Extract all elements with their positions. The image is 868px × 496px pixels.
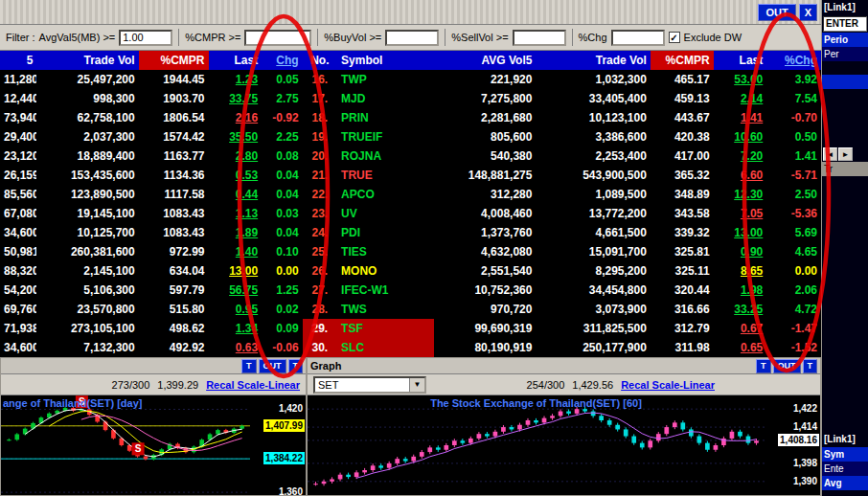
table-row[interactable]: 23,12018,889,4001163.772.800.0820.ROJNA5…	[0, 147, 821, 166]
value-cell: 17.	[303, 89, 337, 108]
symbol-cell[interactable]: PRIN	[337, 108, 434, 127]
exclude-dw-checkbox[interactable]: ✓	[669, 32, 680, 43]
set-60min-chart[interactable]: 1,4221,4141,408.161,3981,390The Stock Ex…	[308, 395, 820, 495]
value-cell[interactable]: 53.00	[714, 70, 767, 89]
buyvol-input[interactable]	[385, 30, 439, 46]
table-row[interactable]: 34,60010,125,7001083.431.890.0424.PDI1,3…	[0, 223, 821, 242]
column-header[interactable]: %CMPR	[139, 51, 209, 70]
value-cell[interactable]: 7.20	[714, 147, 767, 166]
t-button[interactable]: T	[756, 359, 771, 373]
table-row[interactable]: 11,28025,497,2001944.451.230.0516.TWP221…	[0, 70, 821, 89]
value-cell: 54,200	[0, 281, 36, 300]
symbol-cell[interactable]: TRUEIF	[337, 127, 434, 147]
column-header[interactable]: Symbol	[337, 51, 434, 70]
value-cell[interactable]: 1.41	[714, 108, 767, 127]
value-cell[interactable]: 1.23	[209, 70, 263, 89]
value-cell[interactable]: 0.90	[714, 242, 767, 261]
value-cell: 1083.43	[139, 204, 209, 223]
symbol-select[interactable]: SET ▼	[313, 376, 426, 394]
value-cell: 18.	[303, 108, 337, 127]
symbol-cell[interactable]: IFEC-W1	[337, 281, 434, 300]
table-row[interactable]: 73,94062,758,1001806.542.16-0.9218.PRIN2…	[0, 108, 821, 127]
column-header[interactable]: Chg	[262, 51, 302, 70]
value-cell[interactable]: 1.40	[209, 242, 263, 261]
value-cell[interactable]: 13.00	[209, 261, 263, 281]
symbol-cell[interactable]: APCO	[337, 185, 434, 204]
table-row[interactable]: 54,2005,106,300597.7956.751.2527.IFEC-W1…	[0, 281, 821, 300]
value-cell[interactable]: 8.65	[714, 261, 767, 281]
symbol-cell[interactable]: SLC	[337, 338, 434, 357]
value-cell[interactable]: 2.80	[209, 147, 263, 166]
prev-button[interactable]: ◄	[823, 147, 837, 161]
symbol-cell[interactable]: ROJNA	[337, 147, 434, 166]
table-row[interactable]: 26,159153,435,6001134.360.530.0421.TRUE1…	[0, 166, 821, 185]
table-row[interactable]: 34,6007,132,300492.920.63-0.0630.SLC80,1…	[0, 338, 821, 357]
value-cell[interactable]: 0.44	[209, 185, 263, 204]
value-cell[interactable]: 0.65	[714, 338, 767, 357]
value-cell[interactable]: 56.75	[209, 281, 263, 300]
t-button[interactable]: T	[288, 359, 304, 373]
out-button[interactable]: OUT	[773, 359, 801, 373]
out-button[interactable]: OUT	[758, 4, 795, 21]
table-row[interactable]: 29,4002,037,3001574.4235.502.2519.TRUEIF…	[0, 127, 821, 147]
chg-input[interactable]	[611, 30, 665, 46]
value-cell[interactable]: 33.25	[714, 300, 767, 319]
column-header[interactable]: No.	[303, 51, 337, 70]
next-button[interactable]: ►	[838, 147, 853, 161]
value-cell[interactable]: 12.30	[714, 185, 767, 204]
cmpr-input[interactable]	[244, 30, 311, 46]
value-cell[interactable]: 6.60	[714, 166, 767, 185]
column-header[interactable]: Trade Vol	[36, 51, 138, 70]
value-cell[interactable]: 1.98	[714, 281, 767, 300]
table-row[interactable]: 88,3202,145,100634.0413.000.0026.MONO2,5…	[0, 261, 821, 281]
column-header[interactable]: %Chg	[766, 51, 821, 70]
value-cell[interactable]: 0.95	[209, 300, 263, 319]
sellvol-input[interactable]	[513, 30, 566, 46]
symbol-cell[interactable]: TSF	[337, 319, 434, 338]
recal-scale-link[interactable]: Recal Scale-Linear	[206, 379, 300, 391]
value-cell: 26,159	[0, 166, 36, 185]
table-row[interactable]: 71,938273,105,100498.621.340.0929.TSF99,…	[0, 319, 821, 338]
table-row[interactable]: 69,76023,570,800515.800.950.0228.TWS970,…	[0, 300, 821, 319]
value-cell[interactable]: 1.89	[209, 223, 263, 242]
close-icon[interactable]: X	[799, 4, 817, 21]
table-row[interactable]: 67,08019,145,1001083.431.130.0323.UV4,00…	[0, 204, 821, 223]
symbol-cell[interactable]: MONO	[337, 261, 434, 281]
symbol-cell[interactable]: PDI	[337, 223, 434, 242]
column-header[interactable]: Trade Vol	[536, 51, 650, 70]
value-cell[interactable]: 7.05	[714, 204, 767, 223]
t-button[interactable]: T	[803, 359, 818, 373]
value-cell[interactable]: 0.67	[714, 319, 767, 338]
value-cell[interactable]: 35.50	[209, 127, 263, 147]
symbol-cell[interactable]: UV	[337, 204, 434, 223]
symbol-cell[interactable]: TRUE	[337, 166, 434, 185]
column-header[interactable]: Last	[714, 51, 767, 70]
table-row[interactable]: 12,440998,3001903.7033.752.7517.MJD7,275…	[0, 89, 821, 108]
symbol-cell[interactable]: MJD	[337, 89, 434, 108]
avgval5-input[interactable]	[119, 30, 172, 46]
set-daily-chart[interactable]: SS1,4201,407.991,384.221,360ange of Thai…	[1, 395, 306, 495]
value-cell[interactable]: 33.75	[209, 89, 263, 108]
symbol-cell[interactable]: TWP	[337, 70, 434, 89]
value-cell[interactable]: 1.34	[209, 319, 263, 338]
value-cell[interactable]: 13.00	[714, 223, 767, 242]
t-button[interactable]: T	[241, 359, 257, 373]
column-header[interactable]: AVG Vol5	[434, 51, 536, 70]
table-row[interactable]: 85,560123,890,5001117.580.440.0422.APCO3…	[0, 185, 821, 204]
column-header[interactable]: %CMPR	[651, 51, 714, 70]
symbol-cell[interactable]: TIES	[337, 242, 434, 261]
column-header[interactable]: Last	[209, 51, 263, 70]
value-cell[interactable]: 2.14	[714, 89, 767, 108]
value-cell[interactable]: 0.63	[209, 338, 263, 357]
column-header[interactable]: 5	[0, 51, 36, 70]
out-button[interactable]: OUT	[259, 359, 286, 373]
enter-row[interactable]: Ente	[822, 462, 868, 476]
value-cell[interactable]: 2.16	[209, 108, 263, 127]
recal-scale-link[interactable]: Recal Scale-Linear	[621, 379, 715, 391]
symbol-cell[interactable]: TWS	[337, 300, 434, 319]
value-cell[interactable]: 10.60	[714, 127, 767, 147]
table-row[interactable]: 50,981260,381,600972.991.400.1025.TIES4,…	[0, 242, 821, 261]
value-cell[interactable]: 0.53	[209, 166, 263, 185]
value-cell[interactable]: 1.13	[209, 204, 263, 223]
enter-input[interactable]: ENTER	[823, 16, 867, 32]
